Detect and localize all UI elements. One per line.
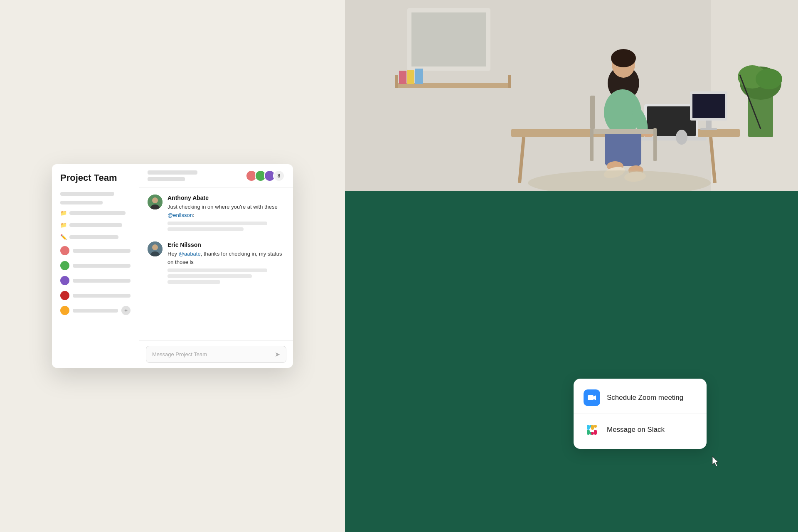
- svg-rect-11: [395, 75, 398, 88]
- svg-rect-41: [653, 128, 657, 161]
- channel-name-skeleton: [73, 279, 131, 283]
- header-skeleton-2: [148, 177, 185, 181]
- sidebar-channel-purple[interactable]: [57, 274, 134, 287]
- msg-skeleton-5: [167, 280, 220, 284]
- svg-rect-39: [590, 129, 657, 134]
- slack-window: Project Team 📁 📁 ✏️: [52, 164, 293, 368]
- header-skeleton-1: [148, 170, 197, 175]
- left-panel: Project Team 📁 📁 ✏️: [0, 0, 345, 532]
- svg-rect-42: [590, 96, 595, 129]
- svg-rect-25: [700, 128, 717, 130]
- slack-icon-wrap: [584, 421, 600, 438]
- mention-aabate[interactable]: @aabate: [179, 251, 201, 257]
- svg-rect-24: [706, 121, 712, 129]
- msg-text-pre-eric: Hey: [167, 251, 179, 257]
- svg-rect-50: [587, 425, 590, 430]
- svg-rect-23: [692, 94, 725, 118]
- chat-input-box[interactable]: Message Project Team ➤: [146, 346, 286, 363]
- sidebar: Project Team 📁 📁 ✏️: [52, 164, 139, 368]
- sidebar-channel-red2[interactable]: [57, 289, 134, 302]
- action-card: Schedule Zoom meeting: [574, 379, 707, 449]
- svg-rect-9: [411, 12, 486, 66]
- chat-input-placeholder: Message Project Team: [152, 351, 275, 357]
- message-name-eric: Eric Nilsson: [167, 241, 285, 248]
- msg-text-post: :: [193, 212, 195, 218]
- edit-icon: ✏️: [60, 234, 67, 240]
- message-anthony: Anthony Abate Just checking in on where …: [148, 195, 285, 233]
- channel-avatar: [60, 246, 69, 255]
- cursor: [712, 456, 721, 466]
- sidebar-channel-yellow[interactable]: +: [57, 304, 134, 317]
- zoom-icon: [584, 389, 600, 406]
- svg-point-29: [756, 69, 782, 89]
- msg-skeleton-4: [167, 274, 252, 278]
- message-name-anthony: Anthony Abate: [167, 195, 285, 201]
- svg-rect-40: [590, 128, 594, 161]
- avatar-eric: [148, 241, 163, 256]
- svg-point-4: [152, 244, 158, 250]
- svg-rect-13: [399, 71, 406, 84]
- svg-rect-12: [508, 75, 511, 88]
- message-body-eric: Eric Nilsson Hey @aabate, thanks for che…: [167, 241, 285, 286]
- message-body-anthony: Anthony Abate Just checking in on where …: [167, 195, 285, 233]
- svg-marker-58: [712, 456, 718, 466]
- channel-name-skeleton: [73, 264, 131, 268]
- svg-rect-52: [594, 425, 597, 428]
- sidebar-folder-row: 📁: [57, 208, 134, 218]
- zoom-logo: [587, 393, 597, 403]
- msg-skeleton-1: [167, 222, 267, 225]
- channel-avatar: [60, 291, 69, 300]
- slack-logo: [584, 422, 600, 438]
- sidebar-channel-red[interactable]: [57, 244, 134, 257]
- send-icon[interactable]: ➤: [275, 350, 280, 358]
- msg-skeleton-2: [167, 227, 244, 231]
- svg-rect-56: [594, 430, 597, 435]
- header-skeleton-group: [148, 170, 197, 181]
- avatar-anthony: [148, 195, 163, 209]
- svg-rect-57: [591, 432, 594, 435]
- svg-point-45: [676, 130, 687, 145]
- msg-text-pre: Just checking in on where you're at with…: [167, 204, 278, 210]
- desk-illustration: [345, 0, 798, 191]
- sidebar-skeleton: [60, 201, 103, 204]
- msg-skeleton-3: [167, 268, 267, 272]
- chat-main: 8 Anthony Abate: [139, 164, 293, 368]
- zoom-action-label: Schedule Zoom meeting: [607, 394, 683, 402]
- message-eric: Eric Nilsson Hey @aabate, thanks for che…: [148, 241, 285, 286]
- svg-rect-48: [588, 395, 594, 400]
- zoom-action-item[interactable]: Schedule Zoom meeting: [574, 382, 707, 414]
- messages-area: Anthony Abate Just checking in on where …: [139, 188, 293, 340]
- right-panel: Schedule Zoom meeting: [345, 0, 798, 532]
- slack-action-label: Message on Slack: [607, 426, 665, 434]
- svg-point-32: [611, 49, 636, 67]
- svg-rect-54: [587, 430, 590, 435]
- chat-input-area: Message Project Team ➤: [139, 340, 293, 368]
- channel-name-skeleton: [73, 309, 118, 313]
- svg-rect-21: [636, 137, 707, 140]
- svg-point-1: [152, 197, 158, 203]
- header-avatar-count: 8: [273, 170, 285, 182]
- add-channel-icon[interactable]: +: [121, 306, 131, 315]
- sidebar-skeleton: [69, 223, 122, 227]
- message-text-eric: Hey @aabate, thanks for checking in, my …: [167, 250, 285, 266]
- channel-name-skeleton: [73, 249, 131, 253]
- channel-avatar: [60, 276, 69, 285]
- sidebar-edit-row: ✏️: [57, 232, 134, 242]
- sidebar-folder-row: 📁: [57, 220, 134, 230]
- workspace-photo-section: [345, 0, 798, 191]
- mention-enilsson[interactable]: @enilsson: [167, 212, 193, 218]
- chat-header: 8: [139, 164, 293, 188]
- svg-marker-49: [594, 395, 596, 400]
- channel-avatar: [60, 261, 69, 270]
- desk-scene: [345, 0, 798, 191]
- folder-icon: 📁: [60, 222, 67, 228]
- sidebar-channel-green[interactable]: [57, 259, 134, 272]
- slack-action-item[interactable]: Message on Slack: [574, 414, 707, 446]
- sidebar-skeleton: [60, 192, 114, 196]
- channel-avatar: [60, 306, 69, 315]
- svg-rect-14: [407, 70, 414, 84]
- svg-rect-36: [605, 129, 641, 166]
- svg-rect-53: [591, 425, 594, 430]
- avatar-group: 8: [246, 170, 285, 182]
- sidebar-skeleton: [69, 211, 126, 215]
